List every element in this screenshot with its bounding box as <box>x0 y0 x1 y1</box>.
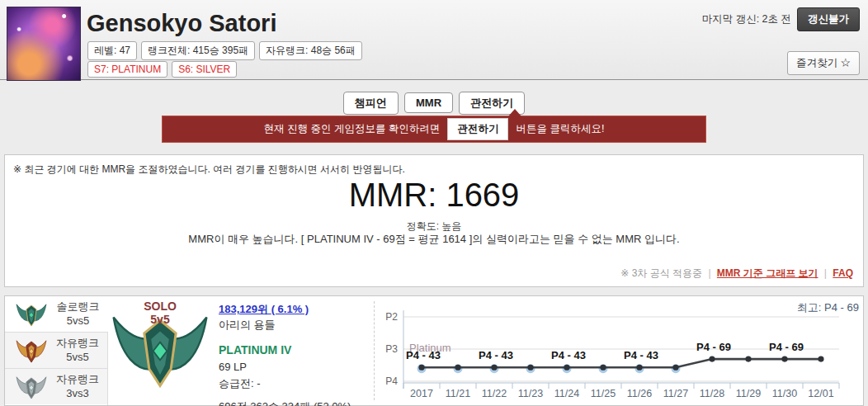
profile-header: Gensokyo Satori 레벨: 47 랭크전체: 415승 395패 자… <box>0 0 868 80</box>
mmr-value-title: MMR: 1669 <box>5 177 863 214</box>
refresh-button[interactable]: 갱신불가 <box>797 7 860 31</box>
promo-status: 승급전: - <box>219 376 374 391</box>
svg-text:P4 - 43: P4 - 43 <box>479 349 513 361</box>
svg-text:11/22: 11/22 <box>482 388 507 399</box>
flex-rank-badge: 자유랭크: 48승 56패 <box>259 41 362 60</box>
lp-value: 69 LP <box>219 360 374 375</box>
svg-text:P4 - 43: P4 - 43 <box>551 349 586 361</box>
season7-tier-badge: S7: PLATINUM <box>87 61 167 78</box>
banner-text-after: 버튼을 클릭하세요! <box>516 122 604 136</box>
separator: | <box>708 267 710 279</box>
svg-text:11/23: 11/23 <box>518 388 543 399</box>
level-badge: 레벨: 47 <box>87 41 137 60</box>
mmr-panel: ※ 최근 경기에 대한 MMR을 조절하였습니다. 여러 경기를 진행하시면 서… <box>4 154 864 287</box>
last-update-label: 마지막 갱신: 2초 전 <box>702 12 791 26</box>
queue-type-label: SOLO 5v5 <box>108 300 212 326</box>
svg-text:P4: P4 <box>385 375 398 387</box>
mmr-adjustment-notice: ※ 최근 경기에 대한 MMR을 조절하였습니다. 여러 경기를 진행하시면 서… <box>13 163 405 177</box>
tier-history-chart: P2P3P4201711/2111/2211/2311/2411/2511/26… <box>375 296 863 405</box>
banner-text-before: 현재 진행 중인 게임정보를 확인하려면 <box>264 122 441 136</box>
svg-text:P4 - 69: P4 - 69 <box>769 341 804 353</box>
update-area: 마지막 갱신: 2초 전 갱신불가 <box>702 7 860 31</box>
summoner-stat-badges: 레벨: 47 랭크전체: 415승 395패 자유랭크: 48승 56패 <box>87 41 362 60</box>
svg-text:P3: P3 <box>385 343 398 355</box>
sidebar-item-flex-3v3[interactable]: 자유랭크 3vs3 <box>5 369 107 404</box>
queue-emblem-column: SOLO 5v5 <box>108 296 212 405</box>
svg-text:11/28: 11/28 <box>700 388 724 399</box>
season6-tier-badge: S6: SILVER <box>172 61 237 78</box>
summoner-name: Gensokyo Satori <box>87 10 276 37</box>
tab-mmr[interactable]: MMR <box>404 92 453 113</box>
sidebar-item-flex-5v5[interactable]: 자유랭크 5vs5 <box>5 333 107 369</box>
platinum-emblem-icon <box>15 301 48 328</box>
svg-text:11/29: 11/29 <box>736 388 761 399</box>
svg-text:최고: P4 - 69: 최고: P4 - 69 <box>797 301 859 314</box>
svg-text:2017: 2017 <box>410 388 433 399</box>
spectate-banner: 현재 진행 중인 게임정보를 확인하려면 관전하기 버튼을 클릭하세요! <box>162 116 706 143</box>
svg-text:P4 - 69: P4 - 69 <box>696 341 731 353</box>
mmr-description: MMR이 매우 높습니다. [ PLATINUM IV - 69점 = 평균 1… <box>5 232 863 247</box>
sidebar-item-label: 자유랭크 5vs5 <box>48 337 107 364</box>
svg-text:11/21: 11/21 <box>446 388 470 399</box>
separator: | <box>824 267 827 279</box>
svg-text:11/25: 11/25 <box>591 388 616 399</box>
sidebar-item-solo-5v5[interactable]: 솔로랭크 5vs5 <box>5 296 108 333</box>
queue-sidebar: 솔로랭크 5vs5 자유랭크 5vs5 자유랭크 3vs3 <box>5 296 108 405</box>
tab-champions[interactable]: 챔피언 <box>343 92 399 115</box>
mmr-graph-link[interactable]: MMR 기준 그래프 보기 <box>717 267 818 279</box>
svg-text:11/27: 11/27 <box>663 388 688 399</box>
spectate-button[interactable]: 관전하기 <box>447 118 508 140</box>
banner-arrow <box>508 109 521 116</box>
sidebar-item-label: 솔로랭크 5vs5 <box>48 300 108 328</box>
svg-text:11/26: 11/26 <box>627 388 652 399</box>
league-name: 아리의 용들 <box>219 318 374 333</box>
rank-panel: 솔로랭크 5vs5 자유랭크 5vs5 자유랭크 3vs3 <box>4 295 864 406</box>
tier-line-chart: P2P3P4201711/2111/2211/2311/2411/2511/26… <box>376 297 865 404</box>
rank-info-column: 183,129위 ( 6.1% ) 아리의 용들 PLATINUM IV 69 … <box>212 296 374 405</box>
svg-text:12/01: 12/01 <box>808 388 833 399</box>
win-loss-record: 696전 362승 334패 (52.0%) <box>219 399 374 406</box>
sidebar-item-label: 자유랭크 3vs3 <box>48 373 107 400</box>
ladder-rank-link[interactable]: 183,129위 ( 6.1% ) <box>219 303 309 315</box>
svg-text:P4 - 43: P4 - 43 <box>624 349 658 361</box>
favorite-button[interactable]: 즐겨찾기 ☆ <box>787 51 860 75</box>
gold-emblem-icon <box>15 338 48 364</box>
summoner-profile-icon <box>7 7 81 81</box>
ranked-total-badge: 랭크전체: 415승 395패 <box>141 41 255 60</box>
mmr-footer: ※ 3차 공식 적용중 | MMR 기준 그래프 보기 | FAQ <box>620 267 853 281</box>
svg-text:11/24: 11/24 <box>554 388 579 399</box>
svg-text:P2: P2 <box>385 311 398 323</box>
mmr-formula-note: ※ 3차 공식 적용중 <box>620 267 702 279</box>
season-badges: S7: PLATINUM S6: SILVER <box>87 61 237 78</box>
tier-name: PLATINUM IV <box>219 342 374 358</box>
svg-text:11/30: 11/30 <box>772 388 797 399</box>
faq-link[interactable]: FAQ <box>833 267 853 279</box>
profile-tabs: 챔피언 MMR 관전하기 <box>0 92 868 115</box>
silver-emblem-icon <box>15 374 48 400</box>
svg-text:P4 - 43: P4 - 43 <box>406 349 441 361</box>
